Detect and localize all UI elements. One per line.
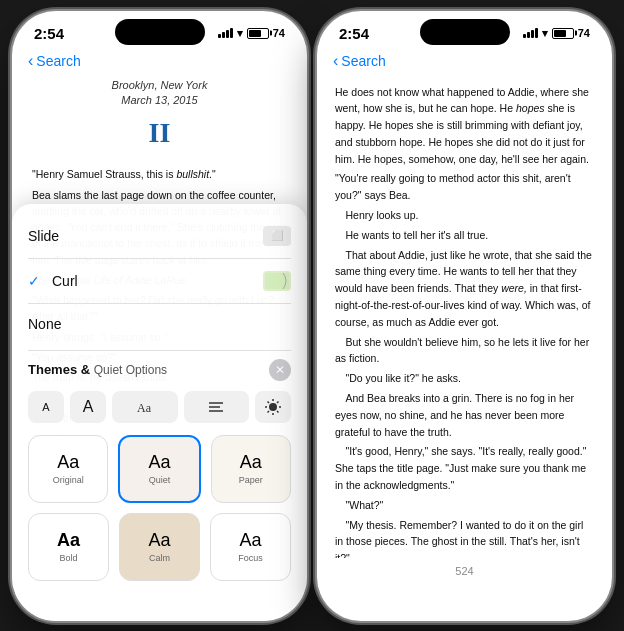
themes-header: Themes & Quiet Options ✕ bbox=[28, 359, 291, 381]
small-a-label: A bbox=[42, 401, 49, 413]
svg-line-12 bbox=[277, 401, 279, 403]
svg-line-11 bbox=[277, 411, 279, 413]
right-chevron-left-icon: ‹ bbox=[333, 52, 338, 70]
left-nav-bar: ‹ Search bbox=[12, 48, 307, 78]
increase-font-button[interactable]: A bbox=[70, 391, 106, 423]
svg-line-10 bbox=[268, 401, 270, 403]
left-status-icons: ▾ 74 bbox=[218, 27, 285, 40]
right-book-text: He does not know what happened to Addie,… bbox=[317, 78, 612, 558]
transition-curl[interactable]: ✓ Curl bbox=[28, 265, 291, 297]
theme-aa-original: Aa bbox=[57, 452, 79, 473]
transition-slide[interactable]: Slide ⬜ bbox=[28, 220, 291, 252]
font-controls-row: A A Aa bbox=[28, 391, 291, 423]
font-picker-button[interactable]: Aa bbox=[112, 391, 178, 423]
theme-name-quiet: Quiet bbox=[149, 475, 171, 485]
theme-aa-focus: Aa bbox=[239, 530, 261, 551]
right-status-icons: ▾ 74 bbox=[523, 27, 590, 40]
theme-original-card[interactable]: Aa Original bbox=[28, 435, 108, 503]
right-phone: 2:54 ▾ 74 ‹ Search bbox=[317, 11, 612, 621]
close-button[interactable]: ✕ bbox=[269, 359, 291, 381]
divider-1 bbox=[28, 258, 291, 259]
signal-icon bbox=[218, 28, 233, 38]
slide-label: Slide bbox=[28, 228, 59, 244]
slide-label-group: Slide bbox=[28, 228, 59, 244]
left-back-button[interactable]: ‹ Search bbox=[28, 52, 81, 70]
theme-row-2: Aa Bold Aa Calm Aa Focus bbox=[28, 513, 291, 581]
battery-icon bbox=[247, 28, 269, 39]
curl-icon bbox=[263, 271, 291, 291]
theme-bold-card[interactable]: Aa Bold bbox=[28, 513, 109, 581]
curl-label-group: ✓ Curl bbox=[28, 273, 78, 289]
right-dynamic-island bbox=[420, 19, 510, 45]
left-back-label: Search bbox=[36, 53, 80, 69]
theme-aa-calm: Aa bbox=[148, 530, 170, 551]
right-signal-icon bbox=[523, 28, 538, 38]
theme-focus-card[interactable]: Aa Focus bbox=[210, 513, 291, 581]
divider-2 bbox=[28, 303, 291, 304]
battery-pct: 74 bbox=[273, 27, 285, 39]
right-wifi-icon: ▾ bbox=[542, 27, 548, 40]
theme-name-paper: Paper bbox=[239, 475, 263, 485]
theme-quiet-card[interactable]: Aa Quiet bbox=[118, 435, 200, 503]
none-label-group: None bbox=[28, 316, 61, 332]
align-icon bbox=[206, 398, 226, 416]
chapter-number: II bbox=[32, 112, 287, 154]
svg-line-13 bbox=[268, 411, 270, 413]
left-phone: 2:54 ▾ 74 ‹ Search bbox=[12, 11, 307, 621]
right-battery-pct: 74 bbox=[578, 27, 590, 39]
font-icon: Aa bbox=[135, 398, 155, 416]
theme-aa-paper: Aa bbox=[240, 452, 262, 473]
theme-row-1: Aa Original Aa Quiet Aa Paper bbox=[28, 435, 291, 503]
text-align-button[interactable] bbox=[184, 391, 250, 423]
book-header: Brooklyn, New YorkMarch 13, 2015 II bbox=[32, 78, 287, 155]
theme-paper-card[interactable]: Aa Paper bbox=[211, 435, 291, 503]
chevron-left-icon: ‹ bbox=[28, 52, 33, 70]
svg-text:Aa: Aa bbox=[137, 401, 152, 415]
left-time: 2:54 bbox=[34, 25, 64, 42]
theme-name-original: Original bbox=[53, 475, 84, 485]
page-number: 524 bbox=[317, 561, 612, 581]
right-time: 2:54 bbox=[339, 25, 369, 42]
decrease-font-button[interactable]: A bbox=[28, 391, 64, 423]
svg-rect-0 bbox=[265, 273, 289, 289]
brightness-icon bbox=[264, 398, 282, 416]
theme-name-bold: Bold bbox=[59, 553, 77, 563]
book-location: Brooklyn, New YorkMarch 13, 2015 bbox=[32, 78, 287, 109]
checkmark-icon: ✓ bbox=[28, 273, 40, 289]
svg-point-5 bbox=[269, 403, 277, 411]
overlay-panel: Slide ⬜ ✓ Curl None bbox=[12, 204, 307, 621]
right-nav-bar: ‹ Search bbox=[317, 48, 612, 78]
theme-aa-quiet: Aa bbox=[148, 452, 170, 473]
theme-name-focus: Focus bbox=[238, 553, 263, 563]
right-back-button[interactable]: ‹ Search bbox=[333, 52, 386, 70]
theme-name-calm: Calm bbox=[149, 553, 170, 563]
dynamic-island bbox=[115, 19, 205, 45]
none-label: None bbox=[28, 316, 61, 332]
large-a-label: A bbox=[83, 398, 94, 416]
right-back-label: Search bbox=[341, 53, 385, 69]
wifi-icon: ▾ bbox=[237, 27, 243, 40]
theme-calm-card[interactable]: Aa Calm bbox=[119, 513, 200, 581]
transition-none[interactable]: None bbox=[28, 310, 291, 338]
phones-container: 2:54 ▾ 74 ‹ Search bbox=[12, 11, 612, 621]
divider-main bbox=[28, 350, 291, 351]
right-battery-icon bbox=[552, 28, 574, 39]
slide-icon: ⬜ bbox=[263, 226, 291, 246]
curl-label: Curl bbox=[52, 273, 78, 289]
transition-options: Slide ⬜ ✓ Curl None bbox=[28, 220, 291, 338]
themes-title: Themes & Quiet Options bbox=[28, 362, 167, 377]
brightness-button[interactable] bbox=[255, 391, 291, 423]
theme-aa-bold: Aa bbox=[57, 530, 80, 551]
